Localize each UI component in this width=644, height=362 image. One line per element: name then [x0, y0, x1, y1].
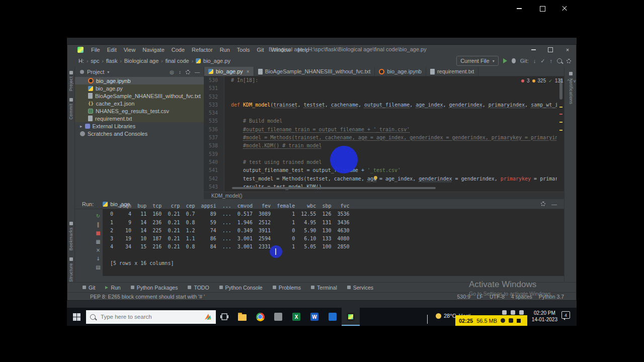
print-icon[interactable]: ▤ [95, 263, 102, 270]
toolwindow-python-packages[interactable]: Python Packages [131, 285, 178, 291]
stripe-tab-bookmarks[interactable]: Bookmarks [68, 222, 73, 250]
hide-panel-icon[interactable]: — [195, 69, 200, 75]
status-segment[interactable]: 4 spaces [511, 294, 532, 300]
hide-run-panel-icon[interactable]: — [551, 201, 557, 207]
project-panel-header[interactable]: Project ▾ ◎ ↕ — [75, 67, 204, 77]
git-update-icon[interactable]: ↓ [533, 58, 536, 64]
project-item[interactable]: Scratches and Consoles [75, 130, 204, 137]
project-item[interactable]: {}cache_ex1.json [75, 100, 204, 107]
menu-item-code[interactable]: Code [168, 47, 188, 53]
status-segment[interactable]: Python 3.7 [539, 294, 564, 300]
intention-bulb-icon[interactable] [373, 175, 378, 181]
scroll-to-end-icon[interactable]: ↓ [95, 255, 102, 262]
tab-BioAgeSample_NHANESIII_without_fvc.txt[interactable]: BioAgeSample_NHANESIII_without_fvc.txt [254, 67, 375, 76]
webcam-icon[interactable] [509, 318, 513, 323]
breadcrumb-method[interactable]: KDM_model() [211, 193, 243, 199]
run-console[interactable]: seqn bup tcp crp cep appsi ... cmvod fev… [110, 202, 549, 275]
project-item[interactable]: BioAgeSample_NHANESIII_without_fvc.txt [75, 92, 204, 100]
project-item[interactable]: bio_age.ipynb [75, 77, 204, 84]
start-button[interactable] [67, 308, 86, 326]
status-segment[interactable]: 530:9 [457, 294, 470, 300]
breadcrumb-item[interactable]: H: [78, 58, 84, 64]
tab-requirement.txt[interactable]: requirement.txt [426, 67, 478, 76]
action-center-button[interactable]: 4 [561, 311, 575, 322]
video-minimize-button[interactable] [508, 2, 530, 15]
restore-layout-icon[interactable]: ▦ [95, 238, 102, 245]
project-item[interactable]: requirement.txt [75, 115, 204, 122]
taskbar-app-blue[interactable] [324, 308, 342, 326]
expand-collapse-icon[interactable]: ↕ [179, 69, 181, 75]
settings-gear-icon[interactable] [567, 59, 571, 63]
project-item[interactable]: ▸External Libraries [75, 122, 204, 130]
toolwindow-run[interactable]: Run [105, 285, 120, 291]
ide-close-button[interactable]: × [559, 45, 576, 55]
stop-icon[interactable]: ■ [95, 229, 102, 236]
inspections-widget[interactable]: 3 325 ✓ 131 ^ v [521, 78, 576, 83]
stop-record-icon[interactable] [517, 319, 521, 323]
prev-problem-icon[interactable]: ^ [567, 78, 569, 83]
taskbar-pycharm[interactable] [342, 308, 360, 326]
toolwindow-problems[interactable]: Problems [273, 285, 301, 291]
code-editor[interactable]: 5305315325335345355365375385395405415425… [204, 76, 564, 192]
taskbar-excel[interactable]: X [287, 308, 305, 326]
panel-settings-icon[interactable] [186, 70, 190, 74]
breadcrumb-item[interactable]: Biological age [124, 58, 159, 64]
toolwindow-terminal[interactable]: Terminal [311, 285, 337, 291]
status-segment[interactable]: UTF-8 [490, 294, 505, 300]
toolwindow-git[interactable]: Git [83, 285, 95, 291]
breadcrumb-item[interactable]: final code [166, 58, 189, 64]
toolwindow-python-console[interactable]: Python Console [219, 285, 263, 291]
menu-item-run[interactable]: Run [216, 47, 233, 53]
tab-bio_age.py[interactable]: bio_age.py× [204, 67, 254, 76]
menu-item-edit[interactable]: Edit [104, 47, 120, 53]
rerun-icon[interactable]: ↻ [95, 212, 102, 219]
close-icon[interactable]: × [247, 69, 250, 74]
breadcrumb-item[interactable]: bio_age.py [203, 58, 230, 64]
task-view-button[interactable] [216, 308, 233, 326]
video-close-button[interactable] [553, 2, 576, 15]
project-item[interactable]: NHANES_eg_results_test.csv [75, 107, 204, 115]
taskbar-clock[interactable]: 02:20 PM 14-01-2023 [532, 310, 557, 323]
tab-bio_age.ipynb[interactable]: bio_age.ipynb [375, 67, 426, 76]
horizontal-scrollbar[interactable] [232, 187, 436, 189]
menu-item-git[interactable]: Git [254, 47, 268, 53]
stripe-tab-commit[interactable]: Commit [68, 98, 73, 120]
menu-item-refactor[interactable]: Refactor [188, 47, 216, 53]
stripe-tab-project[interactable]: Project [68, 71, 73, 91]
status-segment[interactable]: LF [477, 294, 483, 300]
taskbar-search-box[interactable] [86, 310, 216, 324]
run-configuration-dropdown[interactable]: Current File ▾ [456, 56, 498, 66]
menu-item-navigate[interactable]: Navigate [139, 47, 168, 53]
project-item[interactable]: bio_age.py [75, 84, 204, 92]
menu-item-view[interactable]: View [120, 47, 139, 53]
breadcrumb-item[interactable]: flask [106, 58, 118, 64]
run-icon[interactable] [503, 58, 507, 63]
locate-file-icon[interactable]: ◎ [170, 69, 174, 75]
search-input[interactable] [100, 313, 187, 320]
taskbar-word[interactable]: W [305, 308, 324, 326]
breadcrumb-item[interactable]: spc [91, 58, 99, 64]
search-icon[interactable] [557, 58, 562, 63]
taskbar-chrome[interactable] [251, 308, 269, 326]
debug-icon[interactable] [512, 58, 516, 63]
git-commit-icon[interactable]: ✓ [540, 58, 545, 64]
pause-icon[interactable]: ‖ [95, 221, 102, 228]
network-icon[interactable] [511, 310, 515, 315]
next-problem-icon[interactable]: v [574, 78, 576, 83]
stripe-tab-structure[interactable]: Structure [68, 257, 73, 282]
taskbar-app-gray[interactable] [269, 308, 287, 326]
video-restore-button[interactable] [531, 2, 553, 15]
ide-maximize-button[interactable] [542, 45, 559, 55]
volume-icon[interactable] [502, 310, 507, 315]
battery-icon[interactable] [519, 310, 524, 315]
taskbar-file-explorer[interactable] [233, 308, 251, 326]
toolwindow-todo[interactable]: TODO [188, 285, 209, 291]
tray-show-hidden-icons[interactable] [427, 315, 428, 324]
menu-item-tools[interactable]: Tools [233, 47, 254, 53]
notifications-icon[interactable] [569, 72, 573, 75]
menu-item-file[interactable]: File [88, 47, 104, 53]
vertical-scrollbar[interactable] [559, 77, 563, 191]
toolwindow-services[interactable]: Services [347, 285, 373, 291]
git-push-icon[interactable]: ↑ [550, 58, 553, 64]
ide-minimize-button[interactable] [525, 45, 542, 55]
